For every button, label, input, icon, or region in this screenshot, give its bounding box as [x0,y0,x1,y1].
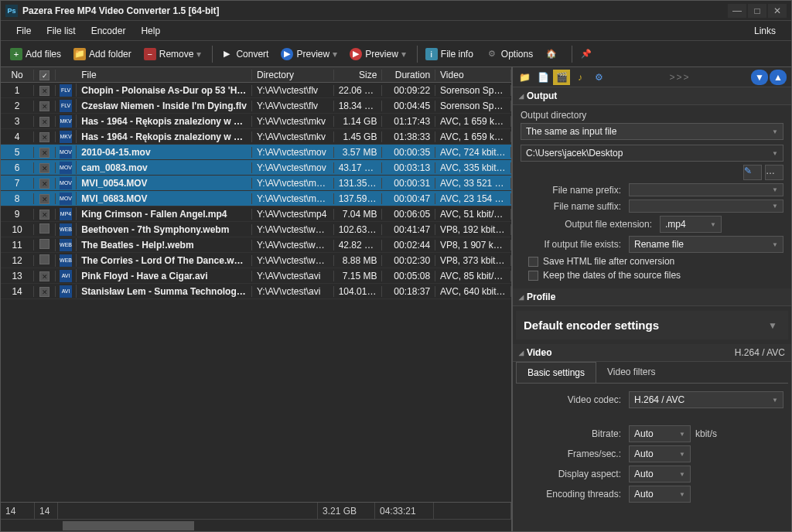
status-duration: 04:33:21 [375,503,434,519]
preview-button-2[interactable]: ▶Preview ▾ [345,46,411,63]
bitrate-unit: kbit/s [695,428,717,439]
horizontal-scrollbar[interactable] [1,519,511,531]
home-icon: 🏠 [545,48,558,60]
home-button[interactable]: 🏠 [541,46,565,63]
row-checkbox[interactable]: ✕ [39,271,50,281]
tab-audio-icon[interactable]: ♪ [572,70,589,85]
scroll-down-icon[interactable]: ▼ [751,70,768,85]
table-row[interactable]: 1✕FLVChopin - Polonaise As-Dur op 53 'He… [1,83,511,98]
table-row[interactable]: 4✕MKVHas - 1964 - Rękopis znaleziony w S… [1,129,511,145]
ext-dropdown[interactable]: .mp4▼ [660,216,722,233]
filetype-icon: WEB [60,254,72,267]
bitrate-dropdown[interactable]: Auto▼ [629,425,691,442]
suffix-field[interactable]: ▼ [629,200,783,213]
row-checkbox[interactable]: ✕ [39,163,50,173]
table-row[interactable]: 14✕AVIStanisław Lem - Summa Technologiae… [1,284,511,299]
preview-button-1[interactable]: ▶Preview ▾ [276,46,342,63]
plus-icon: + [10,48,22,60]
tab-output-icon[interactable]: 📁 [516,70,533,85]
codec-label: Video codec: [521,394,629,405]
fps-dropdown[interactable]: Auto▼ [629,445,691,462]
filetype-icon: FLV [60,100,72,112]
filetype-icon: MOV [60,177,72,189]
tab-video-filters[interactable]: Video filters [596,362,666,383]
close-button[interactable]: ✕ [768,4,787,18]
aspect-label: Display aspect: [521,469,629,479]
output-dir-dropdown[interactable]: The same as input file▼ [521,123,783,140]
menu-links[interactable]: Links [746,22,783,39]
filetype-icon: MOV [60,162,72,174]
table-row[interactable]: 13✕AVIPink Floyd - Have a Cigar.aviY:\AV… [1,268,511,284]
toolbar: +Add files 📁Add folder −Remove ▾ ▶Conver… [1,41,791,67]
video-section-header[interactable]: ◢VideoH.264 / AVC [513,344,791,362]
browse-path-button[interactable]: … [765,165,783,180]
output-dir-label: Output directory [521,110,783,121]
minimize-button[interactable]: — [728,4,746,18]
col-header-duration[interactable]: Duration [382,70,435,80]
output-path-field[interactable]: C:\Users\jacek\Desktop▼ [521,145,783,162]
col-header-file[interactable]: File [77,70,252,80]
maximize-button[interactable]: □ [748,4,766,18]
row-checkbox[interactable] [39,254,50,264]
tab-settings-icon[interactable]: ⚙ [590,70,607,85]
file-info-button[interactable]: iFile info [421,46,478,63]
convert-button[interactable]: ▶Convert [216,46,273,63]
row-checkbox[interactable]: ✕ [39,132,50,142]
gear-icon: ⚙ [486,48,498,60]
table-row[interactable]: 3✕MKVHas - 1964 - Rękopis znaleziony w S… [1,114,511,129]
table-row[interactable]: 11WEBThe Beatles - Help!.webmY:\AV\vctes… [1,237,511,253]
app-logo-icon: Ps [5,5,18,17]
row-checkbox[interactable]: ✕ [39,287,50,297]
edit-path-button[interactable]: ✎ [743,165,762,180]
table-row[interactable]: 7✕MOVMVI_0054.MOVY:\AV\vctest\mov\...131… [1,176,511,191]
save-html-checkbox[interactable]: Save HTML file after conversion [528,256,783,267]
status-total: 14 [1,503,35,519]
row-checkbox[interactable]: ✕ [39,148,50,158]
aspect-dropdown[interactable]: Auto▼ [629,466,691,483]
table-row[interactable]: 2✕FLVCzesław Niemen - Inside I'm Dying.f… [1,98,511,114]
col-header-check[interactable]: ✓ [34,70,56,80]
col-header-video[interactable]: Video [435,70,511,80]
codec-dropdown[interactable]: H.264 / AVC▼ [629,391,783,408]
prefix-field[interactable]: ▼ [629,183,783,196]
exists-dropdown[interactable]: Rename file▼ [629,236,783,253]
add-folder-button[interactable]: 📁Add folder [69,46,136,63]
col-header-size[interactable]: Size [334,70,383,80]
profile-section-header[interactable]: ◢Profile [513,288,791,306]
threads-dropdown[interactable]: Auto▼ [629,486,691,503]
table-row[interactable]: 5✕MOV2010-04-15.movY:\AV\vctest\mov3.57 … [1,145,511,160]
row-checkbox[interactable]: ✕ [39,194,50,204]
menu-help[interactable]: Help [133,22,168,39]
table-row[interactable]: 9✕MP4King Crimson - Fallen Angel.mp4Y:\A… [1,206,511,222]
table-row[interactable]: 12WEBThe Corries - Lord Of The Dance.web… [1,253,511,268]
pin-button[interactable]: 📌 [575,46,600,63]
table-row[interactable]: 8✕MOVMVI_0683.MOVY:\AV\vctest\mov\...137… [1,191,511,206]
profile-selector[interactable]: Default encoder settings ▼ [516,311,788,339]
row-checkbox[interactable]: ✕ [39,179,50,189]
row-checkbox[interactable]: ✕ [39,86,50,96]
table-row[interactable]: 10WEBBeethoven - 7th Symphony.webmY:\AV\… [1,222,511,237]
options-button[interactable]: ⚙Options [481,46,538,63]
add-files-button[interactable]: +Add files [5,46,66,63]
menu-encoder[interactable]: Encoder [84,22,134,39]
row-checkbox[interactable] [39,239,50,249]
remove-button[interactable]: −Remove ▾ [139,46,207,63]
row-checkbox[interactable]: ✕ [39,101,50,111]
menu-file[interactable]: File [9,22,39,39]
table-row[interactable]: 6✕MOVcam_0083.movY:\AV\vctest\mov43.17 M… [1,160,511,176]
settings-panel: 📁 📄 🎬 ♪ ⚙ >>> ▼ ▲ ◢Output Output directo… [513,67,791,531]
row-checkbox[interactable]: ✕ [39,210,50,220]
filetype-icon: MP4 [60,208,72,220]
menu-filelist[interactable]: File list [39,22,83,39]
ext-label: Output file extension: [521,219,660,230]
tab-profile-icon[interactable]: 📄 [534,70,551,85]
tab-basic-settings[interactable]: Basic settings [516,362,596,383]
row-checkbox[interactable] [39,223,50,234]
output-section-header[interactable]: ◢Output [513,87,791,105]
col-header-no[interactable]: No [1,70,34,80]
keep-dates-checkbox[interactable]: Keep the dates of the source files [528,270,783,281]
scroll-up-icon[interactable]: ▲ [770,70,787,85]
row-checkbox[interactable]: ✕ [39,117,50,127]
col-header-directory[interactable]: Directory [252,70,334,80]
tab-video-icon[interactable]: 🎬 [553,70,570,85]
